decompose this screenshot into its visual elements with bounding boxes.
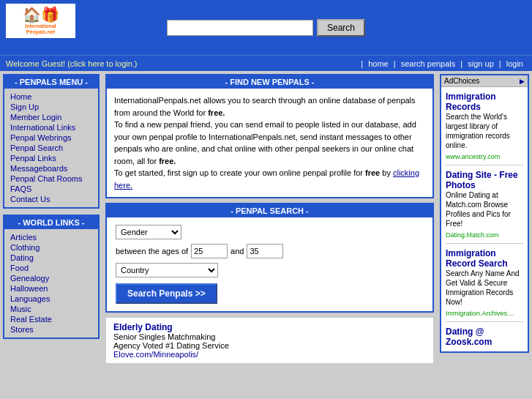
world-clothing[interactable]: Clothing [10, 242, 92, 253]
menu-member-login[interactable]: Member Login [10, 112, 92, 122]
age-between-label: between the ages of [116, 247, 188, 256]
right-ad-imm2-link[interactable]: Immigration [446, 248, 523, 258]
world-links-title: - WORLD LINKS - [4, 216, 98, 229]
menu-penpal-webrings[interactable]: Penpal Webrings [10, 133, 92, 143]
penpal-search-box: - PENPAL SEARCH - Gender Male Female bet… [105, 203, 434, 313]
right-sidebar: AdChoices ▶ Immigration Records Search t… [437, 71, 532, 367]
right-ad-content: Immigration Records Search the World's l… [441, 87, 528, 351]
search-area: Search [167, 19, 365, 37]
menu-contact-us[interactable]: Contact Us [10, 194, 92, 204]
penpals-menu-box: - PENPALS MENU - Home Sign Up Member Log… [3, 74, 100, 209]
sponsor-ad: Elderly Dating Senior Singles Matchmakin… [105, 317, 434, 364]
center-content: - FIND NEW PENPALS - InternationalPenpal… [102, 71, 437, 367]
age-min-input[interactable]: 25 [191, 244, 228, 258]
right-ad-immigration-link[interactable]: Immigration [446, 92, 523, 102]
right-ad-zoosk-link[interactable]: Dating @ [446, 327, 523, 337]
penpal-search-form: Gender Male Female between the ages of 2… [107, 217, 432, 311]
sponsor-subtitle: Senior Singles Matchmaking [113, 332, 426, 341]
world-real-estate[interactable]: Real Estate [10, 314, 92, 324]
find-p3: To get started, first sign up to create … [114, 167, 425, 191]
main-layout: - PENPALS MENU - Home Sign Up Member Log… [0, 71, 532, 367]
logo-area[interactable]: 🏠🎁 InternationalPenpals.net [6, 4, 75, 38]
world-languages[interactable]: Languages [10, 294, 92, 304]
penpals-menu-title: - PENPALS MENU - [4, 75, 98, 89]
search-button[interactable]: Search [317, 19, 365, 37]
logo-box: 🏠🎁 InternationalPenpals.net [6, 4, 75, 38]
find-p2: To find a new penpal friend, you can sen… [114, 119, 425, 167]
age-max-input[interactable]: 35 [247, 244, 283, 258]
nav-links: | home | search penpals | sign up | logi… [361, 59, 526, 68]
world-music[interactable]: Music [10, 304, 92, 314]
penpals-menu-links: Home Sign Up Member Login International … [4, 89, 98, 207]
gender-row: Gender Male Female [116, 225, 424, 239]
world-links-box: - WORLD LINKS - Articles Clothing Dating… [3, 215, 100, 339]
country-select[interactable]: Country [116, 263, 218, 277]
sponsor-link[interactable]: Elove.com/Minneapolis/ [113, 350, 198, 359]
gender-select[interactable]: Gender Male Female [116, 225, 181, 239]
penpal-search-title: - PENPAL SEARCH - [107, 204, 432, 217]
right-ad-zoosk-link2[interactable]: Zoosk.com [446, 337, 523, 347]
nav-signup[interactable]: sign up [465, 59, 496, 68]
menu-chat-rooms[interactable]: Penpal Chat Rooms [10, 174, 92, 184]
search-input[interactable] [167, 20, 313, 36]
world-stores[interactable]: Stores [10, 324, 92, 335]
nav-search-penpals[interactable]: search penpals [398, 59, 459, 68]
menu-signup[interactable]: Sign Up [10, 102, 92, 112]
search-penpals-button[interactable]: Search Penpals >> [116, 283, 217, 304]
nav-bar: Welcome Guest! (click here to login.) | … [0, 55, 532, 71]
find-penpals-title: - FIND NEW PENPALS - [107, 75, 432, 89]
right-ad-dating-link[interactable]: Dating Site - Free Photos [446, 170, 523, 190]
country-row: Country [116, 263, 424, 277]
right-ad-section-3: Immigration Record Search Search Any Nam… [446, 248, 523, 322]
right-ad-3-url: Immigration.Archives.... [446, 310, 514, 317]
nav-welcome[interactable]: Welcome Guest! (click here to login.) [6, 59, 361, 68]
menu-penpal-search[interactable]: Penpal Search [10, 143, 92, 153]
nav-home[interactable]: home [365, 59, 391, 68]
menu-international-links[interactable]: International Links [10, 122, 92, 133]
world-articles[interactable]: Articles [10, 232, 92, 242]
left-sidebar: - PENPALS MENU - Home Sign Up Member Log… [0, 71, 102, 367]
menu-messageboards[interactable]: Messageboards [10, 163, 92, 174]
right-ad-records-link[interactable]: Records [446, 102, 523, 112]
right-ad-1-url: www.ancestry.com [446, 153, 500, 160]
find-penpals-box: - FIND NEW PENPALS - InternationalPenpal… [105, 74, 434, 198]
right-ad-2-body: Online Dating at Match.com Browse Profil… [446, 190, 523, 228]
find-penpals-body: InternationalPenpals.net allows you to s… [107, 89, 432, 197]
right-ad-header: AdChoices ▶ [441, 75, 528, 87]
sponsor-title[interactable]: Elderly Dating [113, 322, 426, 332]
search-btn-row: Search Penpals >> [116, 283, 424, 304]
world-food[interactable]: Food [10, 263, 92, 273]
world-links-content: Articles Clothing Dating Food Genealogy … [4, 229, 98, 338]
find-p1: InternationalPenpals.net allows you to s… [114, 94, 425, 119]
age-and-label: and [231, 247, 244, 256]
ad-choices-icon: ▶ [520, 78, 525, 85]
right-ad-section-1: Immigration Records Search the World's l… [446, 92, 523, 165]
right-ad-1-body: Search the World's largest library of im… [446, 112, 523, 150]
menu-faqs[interactable]: FAQS [10, 184, 92, 194]
nav-login[interactable]: login [503, 59, 526, 68]
right-ad-2-url: Dating.Match.com [446, 231, 499, 239]
right-ad-record-search-link[interactable]: Record Search [446, 258, 523, 269]
world-dating[interactable]: Dating [10, 253, 92, 263]
menu-penpal-links[interactable]: Penpal Links [10, 153, 92, 163]
world-halloween[interactable]: Halloween [10, 283, 92, 294]
age-row: between the ages of 25 and 35 [116, 244, 424, 258]
menu-home[interactable]: Home [10, 92, 92, 102]
right-ad-section-2: Dating Site - Free Photos Online Dating … [446, 170, 523, 244]
right-ad-section-4: Dating @ Zoosk.com [446, 327, 523, 347]
right-ad-box: AdChoices ▶ Immigration Records Search t… [440, 74, 529, 353]
world-genealogy[interactable]: Genealogy [10, 273, 92, 283]
ad-choices-label: AdChoices [444, 77, 479, 85]
right-ad-3-body: Search Any Name And Get Valid & Secure I… [446, 269, 523, 307]
sponsor-desc: Agency Voted #1 Dating Service [113, 341, 426, 350]
